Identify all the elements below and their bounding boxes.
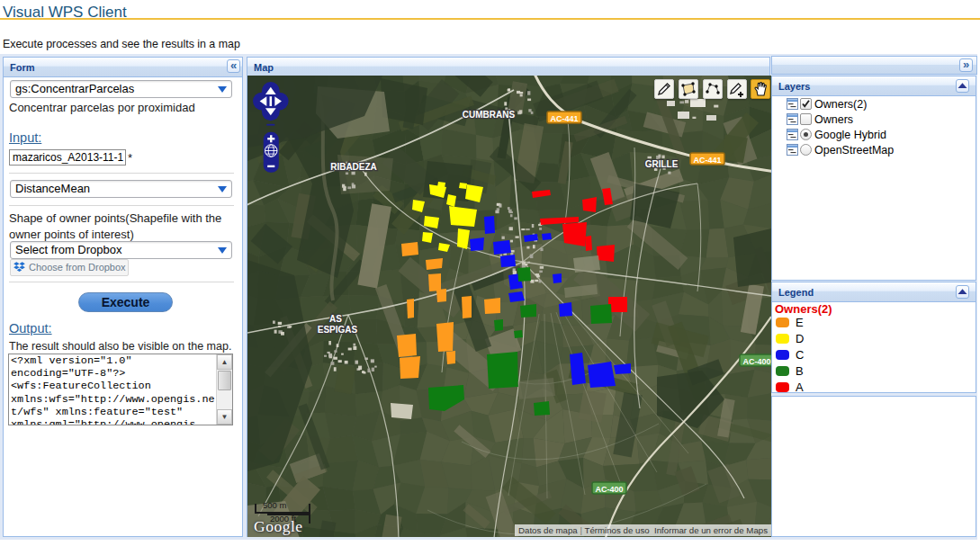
svg-text:AC-441: AC-441 [693, 156, 721, 165]
svg-text:RIBADEZA: RIBADEZA [330, 162, 377, 172]
svg-text:AC-400: AC-400 [595, 485, 623, 494]
svg-text:CUMBRANS: CUMBRANS [463, 110, 516, 120]
svg-text:AS: AS [329, 314, 342, 324]
svg-text:AC-400: AC-400 [742, 357, 770, 366]
svg-text:GRILLE: GRILLE [645, 159, 679, 169]
svg-text:AC-441: AC-441 [550, 114, 578, 123]
svg-text:ESPIGAS: ESPIGAS [318, 325, 358, 335]
